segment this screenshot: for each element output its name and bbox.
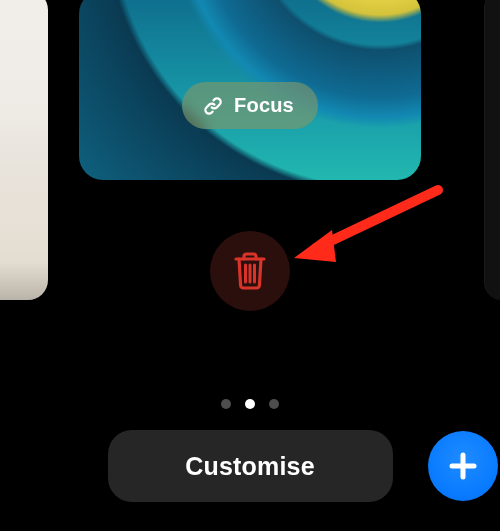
wallpaper-preview-right[interactable] — [484, 0, 500, 300]
wallpaper-preview-current[interactable]: Focus — [79, 0, 421, 180]
svg-line-0 — [316, 190, 438, 248]
customise-button[interactable]: Customise — [108, 430, 393, 502]
annotation-arrow — [288, 182, 458, 272]
page-dot-active[interactable] — [245, 399, 255, 409]
bottom-toolbar: Customise — [0, 430, 500, 502]
delete-wallpaper-button[interactable] — [210, 231, 290, 311]
customise-label: Customise — [185, 452, 315, 481]
wallpaper-preview-left[interactable] — [0, 0, 48, 300]
page-dot[interactable] — [269, 399, 279, 409]
svg-marker-1 — [294, 230, 336, 262]
link-icon — [202, 95, 224, 117]
page-dot[interactable] — [221, 399, 231, 409]
plus-icon — [446, 449, 480, 483]
focus-label: Focus — [234, 94, 294, 117]
pagination-dots — [221, 399, 279, 409]
focus-link-button[interactable]: Focus — [182, 82, 318, 129]
trash-icon — [230, 250, 270, 292]
add-wallpaper-button[interactable] — [428, 431, 498, 501]
